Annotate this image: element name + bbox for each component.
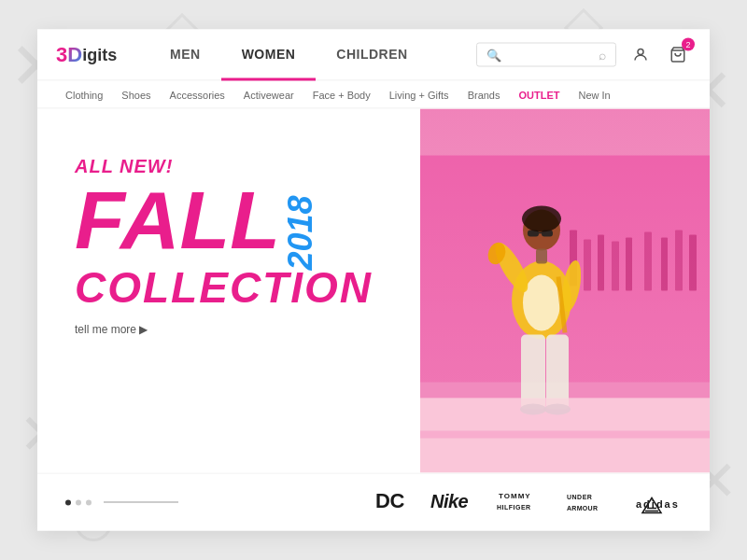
- sub-nav-shoes[interactable]: Shoes: [121, 89, 150, 100]
- svg-text:ARMOUR: ARMOUR: [567, 504, 598, 511]
- hero-title-row: FALL 2018: [75, 179, 392, 271]
- user-icon[interactable]: [627, 42, 654, 68]
- logo[interactable]: 3 D igits: [56, 43, 131, 67]
- brand-under-armour[interactable]: UNDER ARMOUR: [566, 488, 613, 516]
- sub-nav-clothing[interactable]: Clothing: [65, 89, 103, 100]
- search-icon: ⌕: [599, 48, 606, 63]
- svg-text:HILFIGER: HILFIGER: [497, 504, 531, 511]
- hero-year: 2018: [284, 196, 317, 271]
- brand-dc[interactable]: DC: [374, 487, 407, 518]
- logo-3: 3: [56, 43, 67, 67]
- brand-nike[interactable]: Nike: [430, 487, 474, 518]
- svg-text:TOMMY: TOMMY: [499, 492, 531, 500]
- brand-adidas[interactable]: adidas: [635, 488, 682, 516]
- header-icons: 2: [627, 42, 691, 68]
- main-nav: MEN WOMEN CHILDREN: [149, 29, 476, 80]
- hero-content: ALL NEW! FALL 2018 COLLECTION tell me mo…: [37, 109, 420, 473]
- svg-rect-4: [584, 240, 591, 291]
- svg-rect-9: [661, 238, 668, 291]
- dot-1[interactable]: [65, 499, 71, 505]
- svg-text:DC: DC: [375, 489, 404, 512]
- svg-point-13: [523, 275, 560, 331]
- brands-row: DC Nike TOMMY HILFIGER UNDER ARMO: [374, 487, 682, 518]
- hero-bg: [420, 109, 710, 473]
- logo-igits: igits: [82, 45, 117, 64]
- svg-text:Nike: Nike: [430, 491, 469, 511]
- sub-nav-accessories[interactable]: Accessories: [170, 89, 225, 100]
- logo-d: D: [67, 43, 82, 67]
- search-bar[interactable]: ⌕: [476, 43, 616, 67]
- svg-rect-19: [536, 249, 547, 264]
- dot-line: [104, 502, 178, 503]
- svg-text:UNDER: UNDER: [567, 493, 592, 499]
- svg-rect-29: [420, 431, 710, 439]
- sub-nav-living-gifts[interactable]: Living + Gifts: [389, 89, 449, 100]
- nav-men[interactable]: MEN: [149, 29, 221, 80]
- svg-rect-7: [626, 238, 632, 291]
- hero-figure: [420, 109, 710, 473]
- svg-point-0: [638, 49, 643, 55]
- cart-badge: 2: [682, 38, 695, 51]
- svg-rect-10: [675, 231, 683, 291]
- brand-tommy[interactable]: TOMMY HILFIGER: [497, 488, 543, 517]
- dots-nav: [65, 499, 178, 505]
- hero-section: ALL NEW! FALL 2018 COLLECTION tell me mo…: [37, 109, 710, 473]
- svg-point-18: [522, 206, 561, 232]
- sub-nav-brands[interactable]: Brands: [468, 89, 500, 100]
- header: 3 D igits MEN WOMEN CHILDREN ⌕: [37, 30, 710, 81]
- sub-nav-new-in[interactable]: New In: [578, 89, 610, 100]
- hero-image: [420, 109, 710, 473]
- hero-cta[interactable]: tell me more ▶: [75, 323, 392, 336]
- sub-nav-activewear[interactable]: Activewear: [244, 89, 294, 100]
- cart-icon[interactable]: 2: [665, 42, 691, 68]
- nav-children[interactable]: CHILDREN: [316, 29, 428, 80]
- svg-rect-11: [689, 235, 697, 291]
- dot-3[interactable]: [86, 499, 92, 505]
- hero-fall-text: FALL: [75, 179, 280, 261]
- sub-nav-outlet[interactable]: OUTLET: [518, 89, 559, 100]
- search-input[interactable]: [486, 48, 599, 62]
- bottom-bar: DC Nike TOMMY HILFIGER UNDER ARMO: [37, 473, 710, 531]
- svg-rect-5: [598, 235, 604, 291]
- nav-women[interactable]: WOMEN: [221, 29, 317, 80]
- sub-nav: Clothing Shoes Accessories Activewear Fa…: [37, 81, 710, 109]
- dot-2[interactable]: [76, 499, 81, 505]
- hero-collection-text: COLLECTION: [75, 266, 392, 309]
- svg-rect-6: [612, 242, 619, 291]
- main-window: 3 D igits MEN WOMEN CHILDREN ⌕: [37, 30, 710, 531]
- svg-rect-8: [644, 232, 652, 291]
- sub-nav-face-body[interactable]: Face + Body: [313, 89, 371, 100]
